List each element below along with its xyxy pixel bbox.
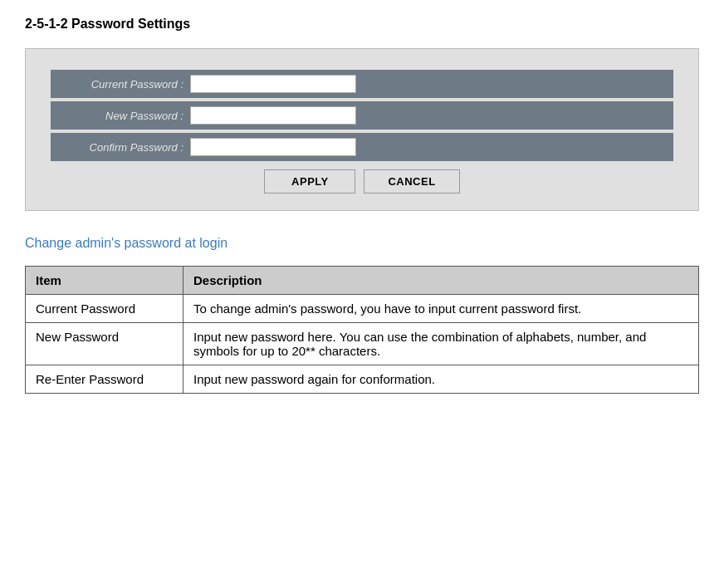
apply-button[interactable]: APPLY	[264, 169, 355, 194]
form-button-row: APPLY CANCEL	[51, 169, 673, 194]
table-row: Re-Enter PasswordInput new password agai…	[26, 365, 699, 394]
section-description: Change admin's password at login	[25, 236, 699, 251]
new-password-label: New Password :	[57, 110, 190, 122]
cancel-button[interactable]: CANCEL	[364, 169, 459, 194]
col-header-description: Description	[183, 267, 699, 295]
current-password-input[interactable]	[190, 75, 356, 93]
col-header-item: Item	[26, 267, 183, 295]
table-header-row: Item Description	[26, 267, 699, 295]
table-cell-item: New Password	[26, 323, 183, 365]
new-password-row: New Password :	[51, 101, 673, 130]
table-row: Current PasswordTo change admin's passwo…	[26, 295, 699, 323]
table-cell-description: Input new password again for conformatio…	[183, 365, 699, 394]
confirm-password-input[interactable]	[190, 138, 356, 156]
confirm-password-label: Confirm Password :	[57, 141, 190, 154]
info-table: Item Description Current PasswordTo chan…	[25, 266, 699, 394]
password-form-container: Current Password : New Password : Confir…	[25, 48, 699, 211]
table-row: New PasswordInput new password here. You…	[26, 323, 699, 365]
current-password-row: Current Password :	[51, 70, 673, 98]
table-cell-description: Input new password here. You can use the…	[183, 323, 699, 365]
new-password-input[interactable]	[190, 106, 356, 125]
confirm-password-row: Confirm Password :	[51, 133, 673, 161]
page-title: 2-5-1-2 Password Settings	[25, 17, 699, 32]
table-cell-item: Current Password	[26, 295, 183, 323]
current-password-label: Current Password :	[57, 78, 190, 91]
table-cell-description: To change admin's password, you have to …	[183, 295, 699, 323]
table-cell-item: Re-Enter Password	[26, 365, 183, 394]
